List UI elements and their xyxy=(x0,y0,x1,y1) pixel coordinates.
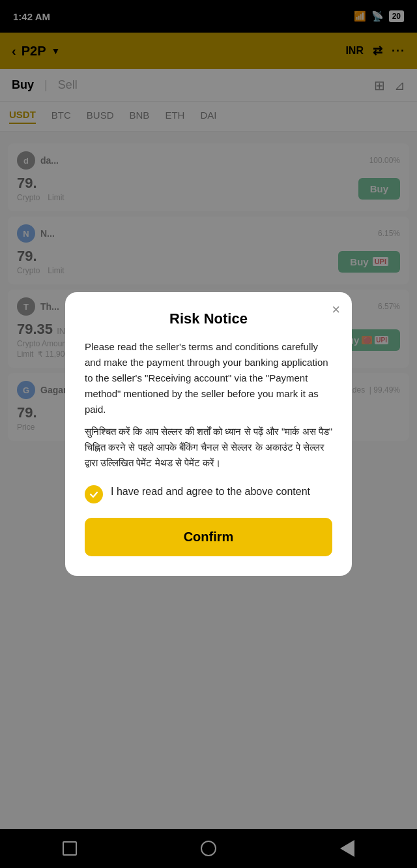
risk-notice-modal: × Risk Notice Please read the seller's t… xyxy=(65,292,352,576)
confirm-button[interactable]: Confirm xyxy=(85,518,332,556)
modal-title: Risk Notice xyxy=(85,310,332,327)
modal-body-hi: सुनिश्चित करें कि आप सेल्लर की शर्तों को… xyxy=(85,424,332,471)
agree-row: I have read and agree to the above conte… xyxy=(85,484,332,503)
agree-text: I have read and agree to the above conte… xyxy=(111,484,310,499)
close-icon[interactable]: × xyxy=(332,303,340,317)
modal-overlay: × Risk Notice Please read the seller's t… xyxy=(0,0,417,868)
checkbox-icon[interactable] xyxy=(85,485,103,503)
modal-body: Please read the seller's terms and condi… xyxy=(85,339,332,471)
modal-body-en: Please read the seller's terms and condi… xyxy=(85,341,328,415)
